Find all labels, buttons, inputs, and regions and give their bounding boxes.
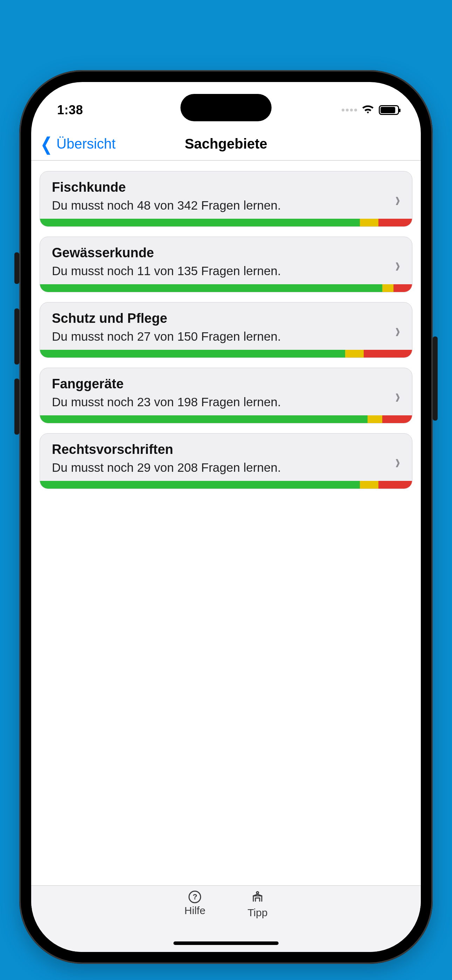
chevron-right-icon: › (392, 450, 400, 473)
chevron-right-icon: › (392, 253, 400, 277)
back-button[interactable]: ❮ Übersicht (31, 135, 116, 153)
subject-title: Gewässerkunde (52, 245, 281, 261)
subject-subtitle: Du musst noch 11 von 135 Fragen lernen. (52, 264, 281, 278)
subject-card[interactable]: GewässerkundeDu musst noch 11 von 135 Fr… (40, 237, 412, 292)
progress-bar (40, 219, 412, 226)
progress-bar (40, 481, 412, 488)
chevron-right-icon: › (392, 384, 400, 407)
dynamic-island (180, 94, 272, 121)
tab-tip-label: Tipp (247, 907, 267, 919)
subject-card[interactable]: RechtsvorschriftenDu musst noch 29 von 2… (40, 433, 412, 489)
nav-header: ❮ Übersicht Sachgebiete (31, 127, 421, 161)
subject-subtitle: Du musst noch 27 von 150 Fragen lernen. (52, 329, 281, 344)
subject-title: Fischkunde (52, 180, 281, 195)
subject-title: Schutz und Pflege (52, 311, 281, 326)
side-button-power (433, 336, 438, 421)
progress-bar (40, 350, 412, 358)
svg-point-0 (256, 892, 259, 894)
battery-icon (379, 105, 399, 115)
home-indicator (173, 942, 279, 945)
chevron-right-icon: › (392, 318, 400, 342)
subject-title: Rechtsvorschriften (52, 442, 281, 457)
progress-bar (40, 415, 412, 423)
progress-bar (40, 284, 412, 292)
cellular-dots-icon (342, 109, 357, 111)
help-icon: ? (188, 891, 201, 903)
chevron-left-icon: ❮ (40, 135, 53, 153)
subject-card[interactable]: FischkundeDu musst noch 48 von 342 Frage… (40, 171, 412, 227)
subject-title: Fanggeräte (52, 376, 281, 391)
subject-card[interactable]: Schutz und PflegeDu musst noch 27 von 15… (40, 302, 412, 358)
chevron-right-icon: › (392, 188, 400, 211)
side-button-volume-up (14, 309, 19, 364)
status-time: 1:38 (57, 103, 83, 118)
side-button-silent (14, 252, 19, 284)
subject-subtitle: Du musst noch 23 von 198 Fragen lernen. (52, 395, 281, 409)
subject-subtitle: Du musst noch 29 von 208 Fragen lernen. (52, 461, 281, 474)
subjects-list: FischkundeDu musst noch 48 von 342 Frage… (31, 161, 421, 885)
phone-frame: 1:38 ❮ Übersicht (19, 70, 433, 964)
wifi-icon (362, 105, 374, 116)
tab-help-label: Hilfe (184, 905, 205, 916)
back-label: Übersicht (56, 136, 116, 152)
subject-subtitle: Du musst noch 48 von 342 Fragen lernen. (52, 198, 281, 212)
side-button-volume-down (14, 379, 19, 434)
tip-icon (251, 891, 264, 905)
subject-card[interactable]: FanggeräteDu musst noch 23 von 198 Frage… (40, 368, 412, 423)
